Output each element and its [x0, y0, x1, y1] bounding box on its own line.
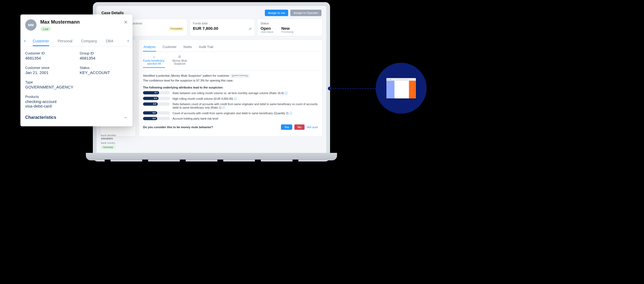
- attributes-heading: The following underlying attributes lead…: [143, 86, 318, 89]
- characteristics-row[interactable]: Characteristics →: [25, 114, 128, 120]
- tab-notes[interactable]: Notes: [183, 43, 192, 51]
- status-value: KEY_ACCOUNT: [80, 70, 128, 75]
- score-bar: 9.7: [143, 91, 170, 94]
- customer-id-label: Customer ID: [25, 51, 73, 55]
- orig-country-label: Bank country: [101, 142, 116, 144]
- score-bar: 8.0: [143, 111, 170, 115]
- products-label: Products: [25, 95, 128, 99]
- attribute-text: Ratio between one rolling month volume v…: [173, 91, 318, 95]
- attribute-text: High rolling month credit volume (EUR 9,…: [173, 97, 318, 101]
- proceeded-badge: Proceeded: [169, 27, 184, 31]
- not-sure-link[interactable]: Not sure: [307, 126, 318, 129]
- analysis-panel: Analysis Customer Notes Audit Trail ⌕ Fu…: [138, 39, 323, 137]
- arrow-right-icon: →: [122, 114, 128, 120]
- type-label: Type: [25, 80, 128, 84]
- decision-question: Do you consider this to be money mule be…: [143, 126, 213, 129]
- score-value: 8.0: [143, 117, 157, 120]
- popover-tab-personal[interactable]: Personal: [58, 37, 72, 46]
- attribute-text: Count of accounts with credit from same …: [173, 111, 318, 115]
- attribute-text: Account holding party bank risk level: [173, 117, 318, 120]
- group-id-label: Group ID: [80, 51, 128, 55]
- assign-to-me-button[interactable]: Assign to me: [265, 10, 288, 16]
- popover-tab-customer[interactable]: Customer: [33, 37, 49, 46]
- transfer-icon: ⇄: [249, 27, 251, 31]
- processing-value: New: [281, 26, 294, 31]
- stat-card-funds: Funds total EUR 7,800.00 ⇄: [189, 19, 255, 36]
- products-value-2: visa-debit-card: [25, 104, 128, 108]
- customer-name: Max Mustermann: [40, 19, 80, 25]
- score-bar: 9.4: [143, 97, 170, 100]
- orig-country-value: Germany: [101, 145, 115, 149]
- risk-badge: Low: [40, 27, 51, 31]
- laptop-base: [86, 153, 337, 160]
- info-icon[interactable]: ⓘ: [234, 97, 237, 100]
- window-icon: [386, 78, 416, 98]
- subtab-money-mule[interactable]: ♔ Money Mule Suspicion: [173, 54, 187, 68]
- yes-button[interactable]: Yes: [281, 124, 292, 130]
- popover-tab-dba[interactable]: DBA: [106, 37, 114, 46]
- customer-since-label: Customer since: [25, 66, 73, 70]
- score-value: 8.5: [143, 102, 158, 106]
- transactions-label: Transactions: [125, 22, 184, 25]
- characteristics-label: Characteristics: [25, 115, 56, 120]
- orig-bankid-label: Bank identifier: [101, 134, 116, 137]
- customer-popover: MM Max Mustermann Low ✕ ‹ Customer Perso…: [20, 14, 133, 126]
- attributes-list: 9.7Ratio between one rolling month volum…: [143, 91, 318, 120]
- score-bar: 8.0: [143, 117, 170, 120]
- tab-customer[interactable]: Customer: [162, 43, 177, 51]
- tab-audit[interactable]: Audit Trail: [198, 43, 214, 51]
- connector-line: [330, 88, 376, 89]
- type-value: GOVERNMENT_AGENCY: [25, 85, 128, 89]
- score-bar: 8.5: [143, 102, 170, 106]
- close-icon[interactable]: ✕: [124, 19, 128, 25]
- analysis-intro-1: Identified a potential „Money Mule Suspi…: [143, 74, 229, 77]
- score-value: 9.4: [143, 97, 159, 100]
- info-icon[interactable]: ⓘ: [222, 106, 225, 109]
- attribute-row: 9.4High rolling month credit volume (EUR…: [143, 97, 318, 101]
- funds-value: EUR 7,800.00: [193, 26, 218, 31]
- laptop-feet: [94, 160, 329, 163]
- originator-tail: Bank identifier SSKMDEN Bank country Ger…: [101, 132, 116, 149]
- chevron-left-icon[interactable]: ‹: [24, 38, 25, 43]
- attribute-row: 8.0Count of accounts with credit from sa…: [143, 111, 318, 115]
- popover-tabs: ‹ Customer Personal Company DBA ›: [25, 37, 128, 46]
- popover-tab-company[interactable]: Company: [81, 37, 97, 46]
- decorative-circle: [376, 63, 427, 114]
- assign-to-operator-button[interactable]: Assign to Operator: [290, 10, 321, 16]
- attribute-row: 8.5Ratio between count of accounts with …: [143, 102, 318, 110]
- status-label: Status: [261, 22, 319, 25]
- case-status-value: Open: [261, 26, 273, 31]
- stat-card-status: Status Open Case status New Processing: [257, 19, 323, 36]
- chevron-right-icon[interactable]: ›: [127, 38, 129, 43]
- products-value-1: checking-account: [25, 99, 128, 104]
- analysis-tabs: Analysis Customer Notes Audit Trail: [142, 43, 319, 52]
- funds-label: Funds total: [193, 22, 251, 25]
- info-icon[interactable]: ⓘ: [285, 91, 288, 95]
- avatar: MM: [25, 19, 36, 31]
- mule-icon: ♔: [173, 54, 187, 59]
- orig-bankid-value: SSKMDEN: [101, 137, 116, 140]
- case-status-sub: Case status: [261, 31, 273, 33]
- attribute-row: 9.7Ratio between one rolling month volum…: [143, 91, 318, 95]
- attribute-text: Ratio between count of accounts with cre…: [173, 102, 318, 110]
- magnifier-icon: ⌕: [143, 54, 165, 59]
- tab-analysis[interactable]: Analysis: [143, 43, 156, 51]
- info-icon[interactable]: ⓘ: [289, 112, 292, 115]
- status-label: Status: [80, 66, 128, 70]
- attribute-row: 8.0Account holding party bank risk level: [143, 117, 318, 120]
- processing-sub: Processing: [281, 31, 294, 33]
- subtab-funds-beneficiary[interactable]: ⌕ Funds beneficiary: sanction hit: [143, 54, 165, 68]
- score-value: 8.0: [143, 111, 157, 115]
- analysis-confidence: The confidence level for the suspicion i…: [143, 79, 318, 82]
- score-value: 9.7: [143, 91, 159, 94]
- customer-id-value: 4681354: [25, 56, 73, 60]
- customer-since-value: Jan 21, 2001: [25, 70, 73, 75]
- group-id-value: 4681354: [80, 56, 128, 60]
- no-button[interactable]: No: [294, 124, 305, 130]
- suspicion-subtabs: ⌕ Funds beneficiary: sanction hit ♔ Mone…: [142, 52, 319, 71]
- customer-name-chip: G***** *******m: [230, 74, 250, 78]
